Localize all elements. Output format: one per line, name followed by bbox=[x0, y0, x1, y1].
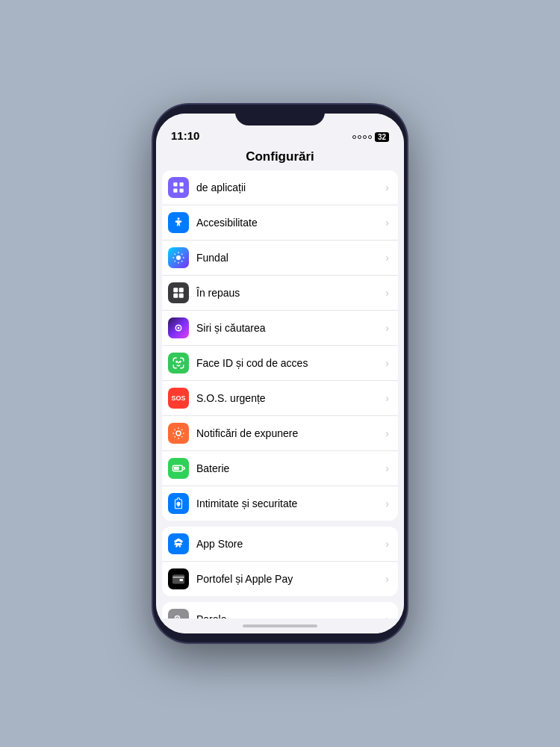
svg-point-5 bbox=[176, 255, 181, 260]
list-item[interactable]: Notificări de expunere › bbox=[162, 416, 398, 451]
home-bar bbox=[243, 624, 317, 627]
chevron-icon: › bbox=[385, 217, 389, 229]
siri-label: Siri și căutarea bbox=[196, 322, 385, 334]
svg-point-4 bbox=[178, 217, 180, 220]
in-repaus-label: În repaus bbox=[196, 287, 385, 299]
svg-rect-8 bbox=[173, 294, 178, 298]
baterie-label: Baterie bbox=[196, 462, 385, 474]
intimitate-label: Intimitate și securitate bbox=[196, 498, 385, 509]
nav-header: Configurări bbox=[156, 146, 404, 170]
svg-point-20 bbox=[176, 617, 178, 619]
chevron-icon: › bbox=[385, 287, 389, 299]
wallet-icon bbox=[168, 568, 189, 589]
list-item[interactable]: Intimitate și securitate › bbox=[162, 486, 398, 521]
signal-icon bbox=[352, 135, 372, 139]
settings-section-2: App Store › Portofel și Apple Pay bbox=[162, 527, 398, 596]
aplicatii-label: de aplicații bbox=[196, 182, 385, 193]
background: 11:10 32 Configurări bbox=[0, 0, 560, 747]
baterie-icon bbox=[168, 458, 189, 479]
chevron-icon: › bbox=[385, 322, 389, 334]
phone-frame: 11:10 32 Configurări bbox=[153, 105, 407, 642]
svg-rect-18 bbox=[180, 579, 184, 581]
accesibilitate-label: Accesibilitate bbox=[196, 217, 385, 229]
siri-icon bbox=[168, 317, 189, 338]
fundal-label: Fundal bbox=[196, 252, 385, 264]
wallet-label: Portofel și Apple Pay bbox=[196, 573, 385, 585]
appstore-label: App Store bbox=[196, 538, 385, 550]
svg-rect-3 bbox=[180, 189, 184, 193]
list-item[interactable]: Baterie › bbox=[162, 451, 398, 486]
appstore-icon bbox=[168, 533, 189, 554]
parole-label: Parole bbox=[196, 613, 385, 619]
list-item[interactable]: SOS S.O.S. urgențe › bbox=[162, 381, 398, 416]
svg-point-14 bbox=[176, 431, 181, 436]
chevron-icon: › bbox=[385, 538, 389, 550]
list-item[interactable]: Accesibilitate › bbox=[162, 205, 398, 241]
battery-badge: 32 bbox=[375, 132, 389, 142]
aplicatii-icon bbox=[168, 177, 189, 198]
phone-screen: 11:10 32 Configurări bbox=[156, 114, 404, 633]
expunere-icon bbox=[168, 423, 189, 444]
chevron-icon: › bbox=[385, 357, 389, 369]
in-repaus-icon bbox=[168, 282, 189, 303]
svg-rect-16 bbox=[174, 467, 179, 471]
list-item[interactable]: de aplicații › bbox=[162, 170, 398, 205]
fundal-icon bbox=[168, 247, 189, 268]
chevron-icon: › bbox=[385, 462, 389, 474]
settings-list: de aplicații › Accesibilitate › bbox=[156, 170, 404, 619]
page-title: Configurări bbox=[246, 149, 314, 164]
chevron-icon: › bbox=[385, 427, 389, 439]
chevron-icon: › bbox=[385, 613, 389, 619]
settings-section-3: Parole › Mail › bbox=[162, 602, 398, 619]
svg-point-11 bbox=[178, 327, 180, 329]
svg-point-13 bbox=[180, 361, 181, 362]
home-indicator bbox=[156, 619, 404, 633]
status-time: 11:10 bbox=[171, 129, 199, 142]
settings-section-1: de aplicații › Accesibilitate › bbox=[162, 170, 398, 521]
expunere-label: Notificări de expunere bbox=[196, 427, 385, 439]
list-item[interactable]: Parole › bbox=[162, 602, 398, 619]
svg-rect-1 bbox=[180, 182, 184, 186]
sos-label: S.O.S. urgențe bbox=[196, 392, 385, 404]
svg-rect-9 bbox=[179, 294, 184, 298]
list-item[interactable]: App Store › bbox=[162, 527, 398, 562]
chevron-icon: › bbox=[385, 182, 389, 193]
svg-rect-2 bbox=[173, 189, 177, 193]
svg-point-12 bbox=[176, 361, 178, 362]
accesibilitate-icon bbox=[168, 212, 189, 233]
list-item[interactable]: În repaus › bbox=[162, 276, 398, 311]
svg-rect-0 bbox=[173, 182, 177, 186]
list-item[interactable]: Fundal › bbox=[162, 241, 398, 276]
chevron-icon: › bbox=[385, 573, 389, 585]
svg-rect-7 bbox=[179, 288, 184, 292]
list-item[interactable]: Siri și căutarea › bbox=[162, 311, 398, 346]
svg-rect-6 bbox=[173, 288, 178, 292]
notch bbox=[235, 105, 325, 125]
list-item[interactable]: Face ID și cod de acces › bbox=[162, 346, 398, 381]
chevron-icon: › bbox=[385, 498, 389, 509]
status-icons: 32 bbox=[352, 132, 389, 142]
chevron-icon: › bbox=[385, 392, 389, 404]
faceid-label: Face ID și cod de acces bbox=[196, 357, 385, 369]
faceid-icon bbox=[168, 353, 189, 374]
chevron-icon: › bbox=[385, 252, 389, 264]
list-item[interactable]: Portofel și Apple Pay › bbox=[162, 562, 398, 596]
sos-icon: SOS bbox=[168, 388, 189, 409]
intimitate-icon bbox=[168, 493, 189, 514]
parole-icon bbox=[168, 609, 189, 619]
